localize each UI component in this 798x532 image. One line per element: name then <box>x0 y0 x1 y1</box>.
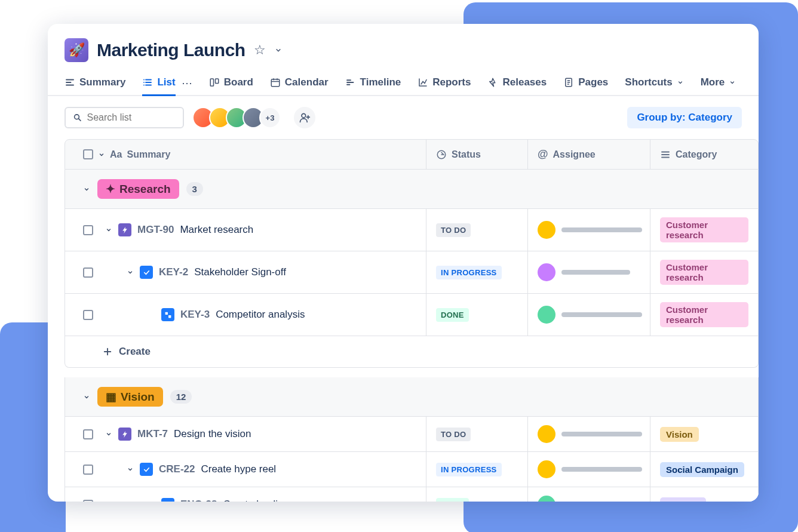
search-input[interactable] <box>87 112 176 123</box>
tab-timeline[interactable]: Timeline <box>345 70 401 96</box>
category-pill: Customer research <box>660 302 748 327</box>
issue-key[interactable]: MGT-90 <box>137 224 174 236</box>
assignee-avatar <box>538 460 555 478</box>
expand-toggle-icon[interactable] <box>83 393 90 401</box>
tab-reports[interactable]: Reports <box>418 70 471 96</box>
tab-calendar[interactable]: Calendar <box>270 70 329 96</box>
issue-key[interactable]: MKT-7 <box>137 428 168 440</box>
tab-label: Reports <box>432 76 471 88</box>
column-header-category[interactable]: Category <box>650 140 758 169</box>
cell-summary: KEY-3Competitor analysis <box>65 294 426 336</box>
group-header[interactable]: ▦Vision12 <box>65 377 759 417</box>
tab-label: List <box>157 76 175 88</box>
cell-category[interactable]: Customer research <box>650 294 758 336</box>
star-button[interactable]: ☆ <box>254 42 266 58</box>
cell-assignee[interactable] <box>528 251 650 293</box>
tab-more[interactable]: More <box>701 70 736 96</box>
search-box[interactable] <box>65 107 184 128</box>
row-checkbox[interactable] <box>83 429 93 439</box>
create-issue-button[interactable]: Create <box>65 336 759 368</box>
column-label: Summary <box>127 149 170 160</box>
tab-label: Summary <box>79 76 125 88</box>
issue-title[interactable]: Design the vision <box>174 428 251 440</box>
issue-title[interactable]: Create landing page <box>223 499 314 502</box>
issue-title[interactable]: Market research <box>180 224 253 236</box>
issue-row[interactable]: KEY-2Stakeholder Sign-offIN PROGRESSCust… <box>65 251 759 294</box>
project-list-view: 🚀 Marketing Launch ☆ Summary List ⋯ Boar… <box>48 24 759 502</box>
expand-toggle-icon[interactable] <box>83 186 90 193</box>
group-pill: ✦Research <box>97 179 179 199</box>
cell-category[interactable]: Customer research <box>650 251 758 293</box>
list-icon <box>142 77 153 88</box>
expand-toggle-icon[interactable] <box>105 226 112 233</box>
category-pill: Vision <box>660 427 699 442</box>
assignee-name-placeholder <box>561 467 642 472</box>
issue-title[interactable]: Stakeholder Sign-off <box>194 266 286 278</box>
column-label: Assignee <box>553 149 596 160</box>
tab-shortcuts[interactable]: Shortcuts <box>625 70 683 96</box>
summary-icon <box>65 77 75 88</box>
issue-key[interactable]: ENG-38 <box>180 499 217 502</box>
reports-icon <box>418 77 428 88</box>
cell-status[interactable]: DONE <box>426 487 528 502</box>
project-menu-dropdown[interactable] <box>274 46 283 54</box>
group-header[interactable]: ✦Research3 <box>65 170 759 209</box>
issue-key[interactable]: KEY-2 <box>159 266 188 278</box>
issue-key[interactable]: KEY-3 <box>180 309 210 321</box>
issue-row[interactable]: MGT-90Market researchTO DOCustomer resea… <box>65 209 759 251</box>
tab-releases[interactable]: Releases <box>487 70 547 96</box>
tab-label: Timeline <box>360 76 401 88</box>
avatar-overflow-count[interactable]: +3 <box>259 107 281 128</box>
cell-status[interactable]: DONE <box>426 294 528 336</box>
svg-rect-2 <box>271 79 280 87</box>
column-header-status[interactable]: Status <box>426 140 528 169</box>
expand-toggle-icon[interactable] <box>105 430 112 438</box>
status-pill: DONE <box>436 308 469 322</box>
row-checkbox[interactable] <box>83 500 93 502</box>
cell-assignee[interactable] <box>528 209 650 251</box>
column-header-assignee[interactable]: @ Assignee <box>528 140 650 169</box>
status-icon <box>436 149 447 160</box>
issue-title[interactable]: Create hype reel <box>201 463 276 475</box>
status-pill: DONE <box>436 498 469 502</box>
cell-status[interactable]: TO DO <box>426 417 528 451</box>
search-icon <box>73 112 82 123</box>
cell-assignee[interactable] <box>528 487 650 502</box>
row-checkbox[interactable] <box>83 310 93 320</box>
cell-category[interactable]: Vision <box>650 417 758 451</box>
tab-list[interactable]: List <box>142 70 175 96</box>
row-checkbox[interactable] <box>83 465 93 475</box>
tab-board[interactable]: Board <box>209 70 253 96</box>
row-checkbox[interactable] <box>83 225 93 235</box>
issue-title[interactable]: Competitor analysis <box>216 309 305 321</box>
group-by-button[interactable]: Group by: Category <box>627 107 742 128</box>
issue-row[interactable]: KEY-3Competitor analysisDONECustomer res… <box>65 294 759 336</box>
add-person-button[interactable] <box>294 107 315 128</box>
issue-row[interactable]: ENG-38Create landing pageDONEWebsite <box>65 487 759 502</box>
cell-category[interactable]: Customer research <box>650 209 758 251</box>
column-header-summary[interactable]: Aa Summary <box>65 140 426 169</box>
tab-summary[interactable]: Summary <box>65 70 125 96</box>
cell-status[interactable]: TO DO <box>426 209 528 251</box>
cell-assignee[interactable] <box>528 417 650 451</box>
chevron-down-icon[interactable] <box>98 151 105 158</box>
cell-status[interactable]: IN PROGRESS <box>426 452 528 487</box>
svg-rect-8 <box>168 315 171 318</box>
cell-status[interactable]: IN PROGRESS <box>426 251 528 293</box>
cell-assignee[interactable] <box>528 452 650 487</box>
expand-toggle-icon[interactable] <box>127 466 134 473</box>
cell-category[interactable]: Social Campaign <box>650 452 758 487</box>
cell-assignee[interactable] <box>528 294 650 336</box>
issue-row[interactable]: CRE-22Create hype reelIN PROGRESSSocial … <box>65 452 759 487</box>
issue-row[interactable]: MKT-7Design the visionTO DOVision <box>65 417 759 452</box>
tab-pages[interactable]: Pages <box>563 70 608 96</box>
cell-category[interactable]: Website <box>650 487 758 502</box>
project-title: Marketing Launch <box>97 40 245 60</box>
row-checkbox[interactable] <box>83 267 93 278</box>
issue-key[interactable]: CRE-22 <box>159 463 195 475</box>
board-icon <box>209 77 220 88</box>
category-icon <box>660 149 671 160</box>
select-all-checkbox[interactable] <box>83 149 93 159</box>
tab-options-button[interactable]: ⋯ <box>182 76 192 90</box>
expand-toggle-icon[interactable] <box>127 269 134 276</box>
